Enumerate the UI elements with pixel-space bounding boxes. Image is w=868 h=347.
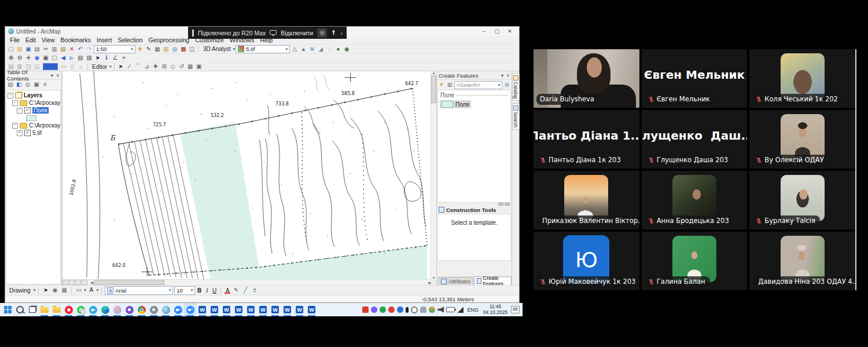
paste-icon[interactable]: ▧ — [59, 45, 67, 53]
list-by-selection-icon[interactable]: ▣ — [32, 81, 41, 89]
pan-icon[interactable]: ✛ — [24, 54, 32, 62]
word-icon[interactable]: W — [293, 303, 306, 316]
steepest-path-icon[interactable]: ◢ — [317, 45, 325, 53]
tray-cloud-icon[interactable] — [420, 306, 426, 313]
add-data-icon[interactable]: ✚ — [136, 45, 144, 53]
marker-color-icon[interactable]: ± — [251, 287, 259, 294]
vertical-scrollbar[interactable]: ▲▼ — [431, 71, 436, 280]
edge-icon[interactable] — [99, 303, 111, 316]
viber-icon[interactable] — [123, 303, 135, 316]
line-color-icon[interactable]: ╱ — [241, 287, 249, 294]
copy-icon[interactable]: ▥ — [50, 45, 58, 53]
participant-daria[interactable]: Daria Bulysheva — [534, 49, 639, 108]
pin-icon[interactable] — [331, 30, 336, 36]
list-by-source-icon[interactable]: ◧ — [15, 81, 23, 89]
task-view-button[interactable] — [26, 303, 38, 316]
shape-tool-icon[interactable]: ▭ — [75, 287, 83, 294]
chrome-icon[interactable] — [135, 303, 148, 316]
participant-halyna[interactable]: Галина Балан — [642, 232, 748, 290]
cut-icon[interactable]: ✂ — [42, 45, 50, 53]
list-by-visibility-icon[interactable]: ◎ — [24, 81, 32, 89]
word-icon[interactable]: W — [257, 303, 269, 316]
layer-checkbox[interactable]: ✓ — [24, 107, 31, 114]
save-icon[interactable]: ▣ — [24, 45, 32, 53]
close-icon[interactable]: ✕ — [56, 73, 60, 78]
template-polia[interactable]: Поля — [440, 100, 471, 108]
editor-toolbar-icon[interactable]: ✎ — [145, 45, 153, 53]
tab-attributes[interactable]: Attributes — [438, 277, 473, 285]
home-tool-icon[interactable]: ⌂ — [77, 63, 85, 71]
template-search-input[interactable]: <Search> ▾ — [454, 81, 502, 89]
data-view-button[interactable] — [62, 280, 68, 285]
arcmap-window[interactable]: Untitled - ArcMap –▢✕ FileEditViewBookma… — [5, 26, 520, 303]
minimize-button[interactable]: – — [480, 28, 488, 34]
tray-mic-icon[interactable] — [406, 307, 409, 313]
disconnect-button[interactable]: Відключити — [281, 30, 313, 36]
maximize-button[interactable]: ▢ — [493, 28, 501, 34]
forward-extent-icon[interactable]: ▶ — [68, 54, 76, 62]
menu-bookmarks[interactable]: Bookmarks — [58, 36, 94, 43]
participant-yurii[interactable]: ЮЮрій Маковейчук 1к 203 — [534, 232, 639, 290]
edit-tool-icon[interactable]: ➤ — [117, 63, 125, 71]
expand-icon[interactable]: + — [17, 130, 23, 136]
toc-tree[interactable]: − Layers − C:\Агроскаутинг − ✓ Поля — [6, 90, 61, 284]
tab-search[interactable]: Search — [512, 103, 520, 130]
list-by-drawing-order-icon[interactable]: ▤ — [6, 81, 14, 89]
attributes-icon[interactable]: ▦ — [186, 63, 194, 71]
toc-group-item[interactable]: − C:\Агроскаутинг\ — [6, 122, 60, 129]
taskbar-clock[interactable]: 11:4504.10.2025 — [482, 304, 509, 316]
swatch-tool-icon[interactable]: ▭ — [60, 63, 68, 71]
contour-icon[interactable]: ◌ — [325, 45, 333, 53]
map-scale-combo[interactable]: 1:50▾ — [94, 45, 135, 53]
word-icon[interactable]: W — [306, 303, 318, 316]
go-to-xy-icon[interactable]: ⌖ — [120, 54, 128, 62]
toc-layer-5tif[interactable]: + ✓ 5.tif — [6, 129, 60, 137]
menu-insert[interactable]: Insert — [94, 36, 115, 43]
fixed-zoom-in-icon[interactable]: ▣ — [42, 54, 50, 62]
trace-tool-icon[interactable]: ⊿ — [143, 63, 151, 71]
tray-color-icon[interactable] — [429, 306, 435, 313]
toc-group-item[interactable]: − C:\Агроскаутинг — [6, 99, 60, 107]
toc-layers-root[interactable]: − Layers — [6, 92, 60, 99]
participant-burlaku[interactable]: Бурлаку Таїсія — [749, 171, 855, 229]
scene-view-icon[interactable]: ◉ — [343, 45, 351, 53]
participant-yevhen[interactable]: Євген МельникЄвген Мельник — [642, 49, 748, 108]
tray-green-icon[interactable] — [380, 306, 386, 313]
back-extent-icon[interactable]: ◀ — [59, 54, 67, 62]
collapse-icon[interactable]: − — [12, 123, 18, 129]
fill-tool-icon[interactable]: ▯ — [68, 63, 76, 71]
menu-view[interactable]: View — [39, 36, 58, 43]
model-builder-icon[interactable]: ◫ — [188, 45, 196, 53]
menu-file[interactable]: File — [7, 36, 23, 43]
map-canvas[interactable]: Б725.7532.2733.8585.8642.71002.8642.0 ▲▼… — [62, 71, 436, 285]
measure-icon[interactable]: ∠ — [111, 54, 119, 62]
toc-layer-polia[interactable]: − ✓ Поля — [6, 107, 60, 114]
tab-catalog[interactable]: Catalog — [512, 73, 520, 101]
font-size-combo[interactable]: 10▾ — [174, 286, 195, 295]
tray-app-red-icon[interactable] — [362, 306, 369, 313]
whatsapp-icon[interactable]: 3 — [75, 303, 87, 316]
participant-pantho[interactable]: Пантьо Діана 1...Пантьо Діана 1к 203 — [534, 110, 639, 169]
tray-viber-icon[interactable] — [371, 306, 377, 313]
italic-button[interactable]: I — [204, 287, 210, 294]
fixed-zoom-out-icon[interactable]: ▢ — [50, 54, 58, 62]
arcgis-icon[interactable] — [160, 303, 172, 316]
highlight-icon[interactable]: ✎ — [232, 287, 240, 294]
word-icon[interactable]: W — [220, 303, 233, 316]
zoom-out-icon[interactable]: ⊖ — [16, 54, 24, 62]
settings-icon[interactable] — [148, 303, 160, 316]
drawing-grid-icon[interactable]: ▦ — [60, 287, 68, 294]
word-icon[interactable]: W — [269, 303, 281, 316]
participant-vu[interactable]: Ву Олексій ОДАУ — [749, 110, 855, 169]
search-button[interactable] — [14, 303, 26, 316]
font-color-button[interactable]: A — [224, 287, 231, 294]
pin-icon[interactable]: ▼ — [50, 73, 54, 78]
polygon-symbol-swatch[interactable] — [26, 115, 36, 121]
select-elements-icon[interactable]: ➤ — [94, 54, 102, 62]
editor-menu[interactable]: Editor — [90, 64, 109, 70]
chevron-right-icon[interactable]: › — [340, 30, 343, 36]
underline-button[interactable]: U — [211, 287, 218, 294]
participant-anna[interactable]: Анна Бродецька 203 — [642, 171, 748, 229]
opera-icon[interactable] — [62, 303, 75, 316]
tray-ring-icon[interactable] — [411, 306, 418, 313]
